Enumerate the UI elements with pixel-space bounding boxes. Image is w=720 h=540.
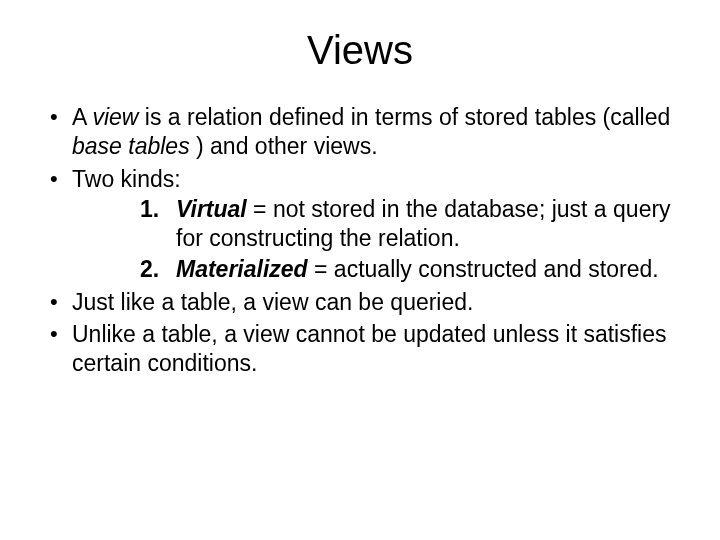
text: is a relation defined in terms of stored…: [138, 104, 670, 130]
bullet-list: A view is a relation defined in terms of…: [44, 103, 676, 378]
text: Just like a table, a view can be queried…: [72, 289, 473, 315]
text: = not stored in the database; just a que…: [176, 196, 671, 251]
bullet-queried: Just like a table, a view can be queried…: [44, 288, 676, 317]
text: Unlike a table, a view cannot be updated…: [72, 321, 667, 376]
text: A: [72, 104, 92, 130]
term-materialized: Materialized: [176, 256, 308, 282]
term-base-tables: base tables: [72, 133, 190, 159]
bullet-update-conditions: Unlike a table, a view cannot be updated…: [44, 320, 676, 378]
bullet-two-kinds: Two kinds: 1. Virtual = not stored in th…: [44, 165, 676, 284]
slide-body: A view is a relation defined in terms of…: [0, 103, 720, 378]
slide: Views A view is a relation defined in te…: [0, 0, 720, 540]
term-view: view: [92, 104, 138, 130]
term-virtual: Virtual: [176, 196, 247, 222]
text: Two kinds:: [72, 166, 181, 192]
kinds-list: 1. Virtual = not stored in the database;…: [72, 195, 676, 283]
slide-title: Views: [0, 0, 720, 103]
list-number: 2.: [140, 255, 159, 284]
bullet-view-definition: A view is a relation defined in terms of…: [44, 103, 676, 161]
text: = actually constructed and stored.: [308, 256, 659, 282]
kind-materialized: 2. Materialized = actually constructed a…: [140, 255, 676, 284]
kind-virtual: 1. Virtual = not stored in the database;…: [140, 195, 676, 253]
text: ) and other views.: [190, 133, 378, 159]
list-number: 1.: [140, 195, 159, 224]
